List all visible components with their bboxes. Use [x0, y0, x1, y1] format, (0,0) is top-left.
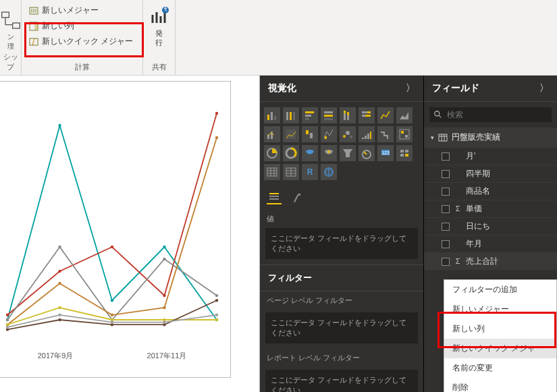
viz-type-icon[interactable] — [340, 107, 356, 123]
manage-relationships-button[interactable]: ン 理 — [4, 3, 17, 54]
field-item[interactable]: Σ売上合計 — [424, 252, 557, 270]
line-chart-visual[interactable]: 2017年9月 2017年11月 — [0, 81, 231, 378]
context-menu-item[interactable]: 新しい列 — [444, 319, 556, 339]
viz-type-icon[interactable] — [359, 126, 375, 142]
svg-rect-74 — [370, 132, 371, 139]
viz-type-icon[interactable] — [302, 145, 318, 161]
new-measure-button[interactable]: 新しいメジャー — [26, 3, 138, 18]
viz-type-icon[interactable] — [264, 164, 280, 180]
new-quick-measure-label: 新しいクイック メジャー — [42, 36, 133, 47]
viz-type-icon[interactable] — [264, 126, 280, 142]
viz-type-icon[interactable] — [321, 107, 337, 123]
viz-type-icon[interactable]: R — [302, 164, 318, 180]
checkbox-icon[interactable] — [442, 152, 450, 161]
svg-rect-77 — [405, 135, 408, 138]
viz-type-icon[interactable] — [340, 145, 356, 161]
svg-rect-88 — [267, 168, 277, 176]
viz-type-icon[interactable] — [359, 107, 375, 123]
viz-type-icon[interactable] — [321, 164, 337, 180]
context-menu-item[interactable]: 新しいメジャー — [444, 300, 556, 319]
checkbox-icon[interactable] — [442, 188, 450, 196]
filters-header[interactable]: フィルター — [260, 264, 423, 291]
table-name: 円盤販売実績 — [452, 132, 500, 143]
svg-rect-84 — [400, 150, 404, 152]
table-header[interactable]: ▾ 円盤販売実績 — [424, 128, 557, 147]
viz-type-icon[interactable] — [396, 126, 413, 142]
viz-type-icon[interactable] — [377, 126, 394, 142]
new-quick-measure-button[interactable]: 新しいクイック メジャー — [26, 34, 138, 49]
line-chart: 2017年9月 2017年11月 — [1, 88, 223, 370]
viz-type-icon[interactable] — [283, 107, 299, 123]
viz-type-icon[interactable] — [396, 145, 413, 161]
page-filter-drop-well[interactable]: ここにデータ フィールドをドラッグしてください — [265, 312, 418, 343]
viz-type-icon[interactable] — [321, 126, 337, 142]
svg-point-17 — [6, 318, 9, 321]
checkbox-icon[interactable] — [442, 240, 450, 248]
svg-point-80 — [327, 150, 330, 153]
svg-text:123: 123 — [381, 150, 390, 155]
field-item[interactable]: 日にち — [424, 217, 557, 235]
checkbox-icon[interactable] — [442, 258, 450, 266]
ribbon-group-share: 発 行 共有 — [143, 0, 176, 75]
field-item[interactable]: 商品名 — [424, 182, 557, 200]
svg-point-16 — [215, 112, 218, 115]
svg-rect-65 — [306, 130, 309, 134]
field-label: 月' — [466, 150, 475, 162]
svg-point-41 — [215, 314, 218, 316]
fields-search[interactable] — [429, 107, 552, 122]
field-item[interactable]: 年月 — [424, 235, 557, 252]
context-menu-item[interactable]: フィルターの追加 — [444, 280, 556, 300]
viz-type-icon[interactable] — [359, 145, 375, 161]
viz-type-icon[interactable] — [396, 107, 413, 123]
viz-type-icon[interactable] — [321, 145, 337, 161]
new-column-button[interactable]: 新しい列 — [26, 18, 138, 34]
viz-type-icon[interactable] — [283, 164, 299, 180]
x-label: 2017年9月 — [38, 351, 74, 361]
report-filter-drop-well[interactable]: ここにデータ フィールドをドラッグしてください — [265, 370, 418, 392]
fields-title: フィールド — [432, 82, 479, 94]
context-menu-item[interactable]: 削除 — [444, 378, 556, 392]
viz-type-icon[interactable] — [377, 107, 394, 123]
field-item[interactable]: 四半期 — [424, 165, 557, 182]
table-icon — [438, 133, 448, 142]
field-list: 月'四半期商品名Σ単価日にち年月Σ売上合計 — [424, 147, 557, 270]
viz-type-icon[interactable] — [283, 145, 299, 161]
visualizations-header[interactable]: 視覚化 〉 — [260, 76, 423, 102]
context-menu-item[interactable]: 新しいクイック メジャー — [444, 339, 556, 358]
field-item[interactable]: 月' — [424, 147, 557, 165]
new-column-label: 新しい列 — [42, 20, 74, 32]
viz-type-icon[interactable] — [302, 126, 318, 142]
fields-header[interactable]: フィールド 〉 — [424, 76, 557, 102]
publish-button[interactable]: 発 行 — [147, 3, 171, 50]
viz-type-icon[interactable] — [264, 145, 280, 161]
svg-point-21 — [215, 294, 218, 297]
viz-type-icon[interactable] — [302, 107, 318, 123]
svg-point-37 — [6, 326, 9, 329]
sigma-icon: Σ — [454, 204, 462, 213]
svg-rect-45 — [286, 112, 288, 120]
svg-point-13 — [58, 270, 61, 273]
measure-icon — [28, 5, 39, 16]
value-drop-well[interactable]: ここにデータ フィールドをドラッグしてください — [265, 228, 418, 259]
report-canvas[interactable]: 2017年9月 2017年11月 — [0, 76, 260, 392]
viz-type-icon[interactable] — [340, 126, 356, 142]
fields-search-input[interactable] — [447, 110, 548, 119]
checkbox-icon[interactable] — [442, 205, 450, 213]
format-tab[interactable] — [290, 191, 304, 204]
context-menu-item[interactable]: 名前の変更 — [444, 358, 556, 378]
viz-type-icon[interactable] — [264, 107, 280, 123]
svg-rect-44 — [274, 116, 276, 120]
viz-type-icon[interactable]: 123 — [377, 145, 394, 161]
chevron-right-icon: 〉 — [539, 82, 549, 94]
field-item[interactable]: Σ単価 — [424, 200, 557, 217]
publish-label-1: 発 — [155, 28, 163, 38]
fields-tab[interactable] — [267, 191, 282, 204]
checkbox-icon[interactable] — [442, 170, 450, 178]
viz-type-icon[interactable] — [283, 126, 299, 142]
value-well-label: 値 — [260, 210, 423, 225]
svg-point-9 — [111, 299, 113, 302]
relationships-icon — [0, 9, 22, 31]
checkbox-icon[interactable] — [442, 223, 450, 231]
svg-point-10 — [163, 246, 165, 248]
svg-rect-61 — [365, 115, 371, 117]
